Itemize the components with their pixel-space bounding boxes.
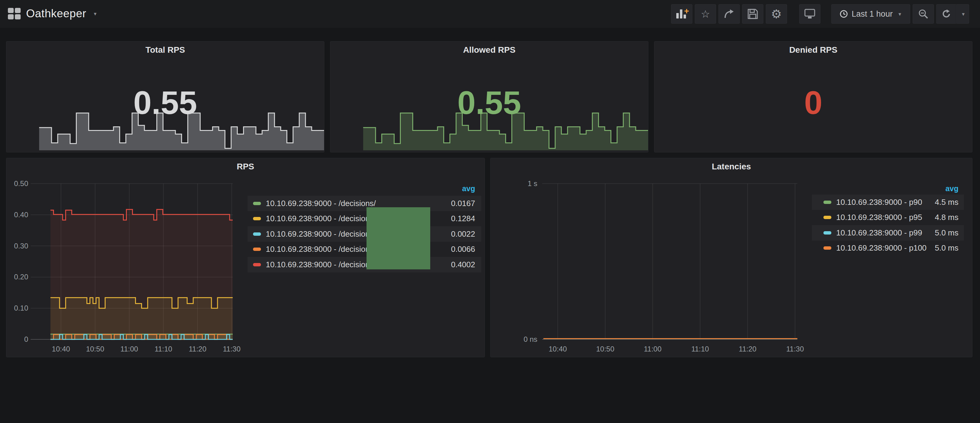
legend-swatch-icon[interactable] — [823, 201, 831, 204]
save-button[interactable] — [742, 4, 764, 24]
legend-series-name[interactable]: 10.10.69.238:9000 - p99 — [836, 228, 922, 238]
legend-swatch-icon[interactable] — [823, 231, 831, 234]
time-range-picker[interactable]: Last 1 hour ▼ — [831, 4, 910, 24]
legend-swatch-icon[interactable] — [823, 216, 831, 219]
legend-avg-value: 0.0167 — [451, 199, 475, 208]
add-panel-button[interactable]: + — [671, 4, 692, 24]
x-axis-tick: 11:10 — [691, 345, 709, 353]
top-navbar: Oathkeeper ▼ + ☆ — [0, 0, 980, 28]
zoom-out-icon — [918, 9, 928, 19]
save-icon — [748, 9, 758, 19]
x-axis-tick: 10:40 — [549, 345, 567, 353]
legend-row[interactable]: 10.10.69.238:9000 - p904.5 ms — [812, 195, 964, 210]
total-rps-panel: Total RPS 0.55 — [6, 41, 325, 152]
legend-series-name[interactable]: 10.10.69.238:9000 - p90 — [836, 198, 922, 207]
gear-icon: ⚙ — [771, 8, 782, 20]
panel-title[interactable]: Denied RPS — [654, 45, 972, 55]
y-axis-tick: 0.40 — [6, 211, 28, 219]
allowed-rps-sparkline — [363, 112, 648, 150]
legend-avg-value: 0.1284 — [451, 214, 475, 223]
refresh-icon — [941, 9, 951, 19]
y-axis-tick: 0 — [6, 335, 28, 344]
legend-swatch-icon[interactable] — [253, 233, 261, 236]
x-axis-tick: 11:10 — [154, 345, 172, 353]
legend-swatch-icon[interactable] — [253, 263, 261, 266]
legend-row[interactable]: 10.10.69.238:9000 - p954.8 ms — [812, 210, 964, 225]
star-icon: ☆ — [701, 9, 710, 19]
latencies-plot[interactable] — [542, 184, 797, 339]
panel-title[interactable]: Allowed RPS — [331, 45, 648, 55]
x-axis-tick: 11:00 — [644, 345, 662, 353]
legend-series-name[interactable]: 10.10.69.238:9000 - /decisions/ — [266, 260, 376, 269]
y-axis-tick: 1 s — [491, 179, 537, 188]
denied-rps-value: 0 — [654, 86, 972, 119]
legend-swatch-icon[interactable] — [253, 202, 261, 205]
star-button[interactable]: ☆ — [695, 4, 716, 24]
total-rps-sparkline — [39, 112, 324, 150]
share-button[interactable] — [719, 4, 740, 24]
allowed-rps-panel: Allowed RPS 0.55 — [330, 41, 648, 152]
x-axis-tick: 10:40 — [52, 345, 70, 353]
legend-swatch-icon[interactable] — [823, 246, 831, 250]
add-panel-icon: + — [676, 10, 687, 19]
panel-title[interactable]: RPS — [6, 162, 485, 171]
latencies-panel: Latencies 1 s0 ns10:4010:5011:0011:1011:… — [490, 158, 972, 357]
toolbar: + ☆ ⚙ — [671, 4, 969, 24]
legend-row[interactable]: 10.10.69.238:9000 - /decisions/0.1284 — [248, 211, 481, 227]
legend-series-name[interactable]: 10.10.69.238:9000 - p100 — [836, 243, 927, 253]
x-axis-tick: 11:20 — [189, 345, 206, 353]
legend-series-name[interactable]: 10.10.69.238:9000 - p95 — [836, 213, 922, 222]
legend-avg-value: 5.0 ms — [935, 243, 958, 253]
legend-series-name[interactable]: 10.10.69.238:9000 - /decisions/ — [266, 244, 376, 254]
x-axis-tick: 10:50 — [86, 345, 104, 353]
y-axis-tick: 0 ns — [491, 335, 537, 344]
legend-row[interactable]: 10.10.69.238:9000 - p1005.0 ms — [812, 241, 964, 256]
x-axis-tick: 11:30 — [223, 345, 240, 353]
grafana-dashboard: Oathkeeper ▼ + ☆ — [0, 0, 980, 423]
dashboard-grid-icon — [8, 8, 21, 19]
legend-row[interactable]: 10.10.69.238:9000 - p995.0 ms — [812, 225, 964, 241]
refresh-caret-icon: ▼ — [961, 11, 966, 17]
y-axis-tick: 0.30 — [6, 242, 28, 250]
legend-avg-value: 5.0 ms — [935, 228, 958, 238]
refresh-group: ▼ — [936, 4, 969, 24]
legend-swatch-icon[interactable] — [253, 247, 261, 251]
monitor-icon — [804, 9, 815, 19]
legend-row[interactable]: 10.10.69.238:9000 - /decisions/0.0167 — [248, 196, 481, 211]
legend-row[interactable]: 10.10.69.238:9000 - /decisions/0.0066 — [248, 242, 481, 257]
denied-rps-panel: Denied RPS 0 — [654, 41, 972, 152]
x-axis-tick: 11:30 — [786, 345, 804, 353]
settings-button[interactable]: ⚙ — [766, 4, 787, 24]
cycle-view-button[interactable] — [799, 4, 821, 24]
legend-avg-header[interactable]: avg — [818, 184, 958, 193]
x-axis-tick: 10:50 — [596, 345, 614, 353]
rps-plot[interactable] — [31, 184, 233, 339]
clock-icon — [840, 10, 848, 18]
green-overlay-rectangle — [366, 207, 430, 269]
legend-avg-value: 0.0022 — [451, 230, 475, 239]
dashboard-title-group[interactable]: Oathkeeper ▼ — [8, 7, 97, 20]
y-axis-tick: 0.50 — [6, 179, 28, 188]
x-axis-tick: 11:20 — [739, 345, 756, 353]
x-axis-tick: 11:00 — [121, 345, 138, 353]
time-range-label: Last 1 hour — [852, 10, 892, 19]
refresh-button[interactable] — [936, 4, 956, 24]
dashboard-title[interactable]: Oathkeeper — [26, 7, 86, 20]
panel-title[interactable]: Latencies — [491, 162, 972, 171]
y-axis-tick: 0.20 — [6, 273, 28, 281]
legend-series-name[interactable]: 10.10.69.238:9000 - /decisions/ — [266, 199, 376, 208]
share-icon — [723, 9, 735, 19]
legend-swatch-icon[interactable] — [253, 217, 261, 220]
legend-avg-header[interactable]: avg — [248, 184, 475, 193]
refresh-interval-dropdown[interactable]: ▼ — [956, 4, 969, 24]
legend-row[interactable]: 10.10.69.238:9000 - /decisions/0.4002 — [248, 257, 481, 272]
legend-avg-value: 0.4002 — [451, 260, 475, 269]
title-caret-icon: ▼ — [93, 11, 97, 16]
legend-series-name[interactable]: 10.10.69.238:9000 - /decisions/ — [266, 214, 376, 223]
y-axis-tick: 0.10 — [6, 304, 28, 312]
legend-avg-value: 4.8 ms — [935, 213, 958, 222]
legend-row[interactable]: 10.10.69.238:9000 - /decisions/0.0022 — [248, 227, 481, 242]
zoom-out-button[interactable] — [913, 4, 934, 24]
panel-title[interactable]: Total RPS — [6, 45, 324, 55]
legend-series-name[interactable]: 10.10.69.238:9000 - /decisions/ — [266, 230, 376, 239]
